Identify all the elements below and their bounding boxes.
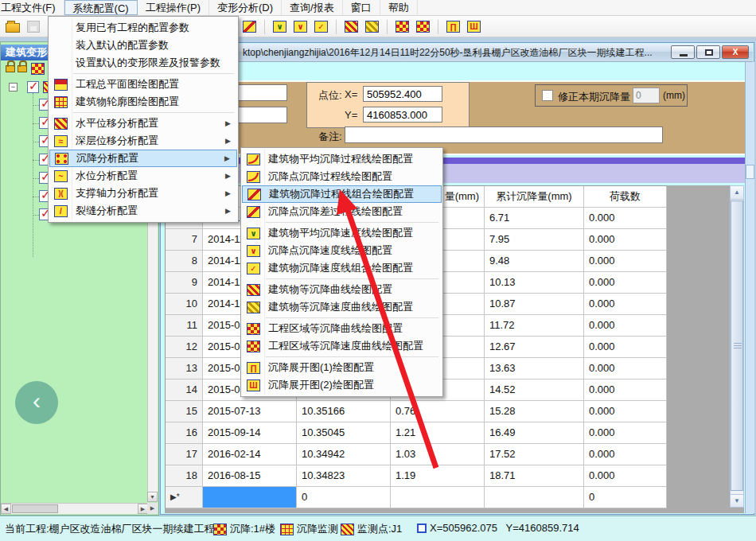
table-cell[interactable]: 11.72 — [485, 315, 584, 337]
settlement-expand-2-config-button[interactable] — [466, 18, 482, 35]
building-settlement-velocity-combo-config-button[interactable] — [313, 18, 329, 35]
table-cell[interactable]: 11 — [166, 315, 203, 337]
scroll-left-icon[interactable]: ◀ — [1, 504, 11, 514]
table-cell[interactable]: 14.52 — [485, 379, 584, 401]
menu-item-point-velocity-config[interactable]: 沉降点沉降速度线绘图配置 — [242, 242, 442, 259]
menu-item-project-plan-drawing-config[interactable]: 工程总平面图绘图配置 — [49, 76, 237, 93]
scroll-down-icon[interactable]: ▼ — [731, 494, 743, 508]
tree-node-checkbox[interactable] — [27, 81, 39, 93]
table-cell[interactable]: 0.000 — [584, 315, 667, 337]
scrollbar-thumb[interactable] — [12, 504, 58, 513]
table-cell[interactable]: 0.000 — [584, 358, 667, 379]
table-cell[interactable]: 13 — [166, 358, 203, 379]
region-iso-settlement-config-button[interactable] — [394, 18, 411, 35]
menubar-item-4[interactable]: 变形分析(D) — [209, 0, 282, 15]
table-cell[interactable]: 2015-07-13 — [203, 401, 297, 422]
settlement-expand-1-config-button[interactable] — [445, 18, 462, 35]
table-cell[interactable] — [485, 487, 584, 508]
avg-settlement-velocity-config-button[interactable] — [271, 18, 288, 35]
menu-item-reuse-project-config[interactable]: 复用已有工程的配置参数 — [49, 19, 237, 37]
menu-item-region-iso-velocity-config[interactable]: 工程区域等沉降速度曲线绘图配置 — [242, 337, 442, 355]
table-cell[interactable]: 12 — [166, 337, 203, 358]
document-window-titlebar[interactable]: ktop\chenjiangzhijia\2016年12月14日11时22分50… — [162, 44, 753, 62]
table-cell[interactable]: 0.000 — [584, 465, 667, 487]
table-cell[interactable]: 15 — [166, 401, 203, 422]
table-cell[interactable]: 13.63 — [485, 358, 584, 379]
table-cell[interactable]: 18.71 — [485, 465, 584, 487]
table-cell[interactable]: 14 — [166, 379, 203, 401]
save-project-button[interactable] — [25, 18, 41, 35]
table-cell[interactable]: 10.13 — [485, 272, 584, 294]
table-cell[interactable]: 6.71 — [485, 208, 584, 229]
restore-button[interactable] — [696, 45, 720, 59]
table-cell[interactable]: 15.28 — [485, 401, 584, 422]
table-cell[interactable]: 1.19 — [391, 465, 485, 487]
scrollbar-thumb[interactable] — [746, 165, 754, 179]
x-coordinate-field[interactable] — [363, 86, 442, 102]
scroll-down-icon[interactable]: ▼ — [147, 492, 158, 502]
scroll-right-corner-icon[interactable]: ▶ — [147, 503, 158, 514]
table-cell[interactable]: 8 — [166, 251, 203, 272]
table-cell[interactable]: 0.76 — [391, 401, 485, 422]
table-cell[interactable]: 2015-09-14 — [203, 422, 297, 444]
window-vertical-scrollbar[interactable] — [745, 62, 754, 513]
menu-item-building-outline-drawing-config[interactable]: 建筑物轮廓图绘图配置 — [49, 93, 237, 111]
menu-item-water-level-config[interactable]: 水位分析配置▶ — [49, 167, 237, 185]
table-cell[interactable]: 17 — [166, 444, 203, 465]
menu-item-settlement-analysis-config[interactable]: 沉降分析配置▶ — [49, 150, 237, 167]
table-cell[interactable]: 10.35166 — [297, 401, 391, 422]
minimize-button[interactable] — [671, 45, 695, 59]
table-cell[interactable]: 2016-08-15 — [203, 465, 297, 487]
table-cell[interactable]: 0.000 — [584, 251, 667, 272]
table-cell[interactable]: 10.34823 — [297, 465, 391, 487]
menu-item-point-settlement-curve-config[interactable]: 沉降点沉降过程线绘图配置 — [242, 168, 442, 185]
table-cell[interactable]: 7 — [166, 229, 203, 251]
collapse-panel-button[interactable]: ‹ — [15, 381, 58, 424]
menubar-item-3[interactable]: 工程操作(P) — [138, 0, 209, 15]
table-cell[interactable]: 0.000 — [584, 229, 667, 251]
table-cell[interactable]: 10.34942 — [297, 444, 391, 465]
table-cell[interactable]: 18 — [166, 465, 203, 487]
table-cell[interactable]: 7.95 — [485, 229, 584, 251]
tree-expand-toggle[interactable]: − — [9, 83, 18, 91]
region-iso-velocity-config-button[interactable] — [415, 18, 431, 35]
table-cell[interactable] — [203, 487, 297, 508]
table-cell[interactable]: 10 — [166, 294, 203, 315]
correction-value-field[interactable] — [633, 88, 660, 103]
tree-horizontal-scrollbar[interactable]: ◀ ▶ — [1, 503, 148, 514]
menu-item-point-settlement-diff-curve-config[interactable]: 沉降点沉降差过程线绘图配置 — [242, 203, 442, 220]
table-cell[interactable]: 0.000 — [584, 208, 667, 229]
table-cell[interactable]: 9.48 — [485, 251, 584, 272]
menu-item-settlement-expand-2-config[interactable]: 沉降展开图(2)绘图配置 — [242, 376, 442, 394]
table-cell[interactable]: 10.35045 — [297, 422, 391, 444]
table-cell[interactable]: 0 — [584, 487, 667, 508]
building-iso-settlement-config-button[interactable] — [343, 18, 360, 35]
menu-item-horizontal-displacement-config[interactable]: 水平位移分析配置▶ — [49, 115, 237, 132]
correction-checkbox[interactable] — [542, 90, 553, 101]
menubar-item-1[interactable]: 工程文件(F) — [0, 0, 64, 15]
table-cell[interactable]: 10.87 — [485, 294, 584, 315]
table-cell[interactable]: 2016-02-14 — [203, 444, 297, 465]
scrollbar-thumb[interactable] — [731, 200, 743, 491]
table-cell[interactable]: 16.49 — [485, 422, 584, 444]
building-iso-velocity-config-button[interactable] — [364, 18, 380, 35]
menu-item-default-tolerance-alarm-config[interactable]: 设置默认的变形限差及报警参数 — [49, 54, 237, 72]
point-settlement-velocity-config-button[interactable] — [292, 18, 309, 35]
close-button[interactable]: X — [722, 45, 749, 59]
menu-item-building-velocity-combo-config[interactable]: 建筑物沉降速度线组合绘图配置 — [242, 259, 442, 277]
table-cell[interactable] — [391, 487, 485, 508]
menu-item-crack-analysis-config[interactable]: 裂缝分析配置▶ — [49, 202, 237, 220]
menu-item-building-iso-velocity-config[interactable]: 建筑物等沉降速度曲线绘图配置 — [242, 298, 442, 316]
table-cell[interactable]: 0.000 — [584, 401, 667, 422]
menu-item-deep-displacement-config[interactable]: 深层位移分析配置▶ — [49, 132, 237, 150]
table-cell[interactable]: 0 — [297, 487, 391, 508]
table-cell[interactable]: 0.000 — [584, 444, 667, 465]
menu-item-axial-force-config[interactable]: 支撑轴力分析配置▶ — [49, 185, 237, 202]
table-cell[interactable]: 1.21 — [391, 422, 485, 444]
y-coordinate-field[interactable] — [363, 107, 442, 123]
table-cell[interactable]: 0.000 — [584, 294, 667, 315]
point-settlement-diff-curve-config-button[interactable] — [241, 18, 258, 35]
table-cell[interactable]: 0.000 — [584, 337, 667, 358]
menubar-item-6[interactable]: 窗口 — [343, 0, 380, 15]
menu-item-building-avg-velocity-config[interactable]: 建筑物平均沉降速度线绘图配置 — [242, 224, 442, 242]
